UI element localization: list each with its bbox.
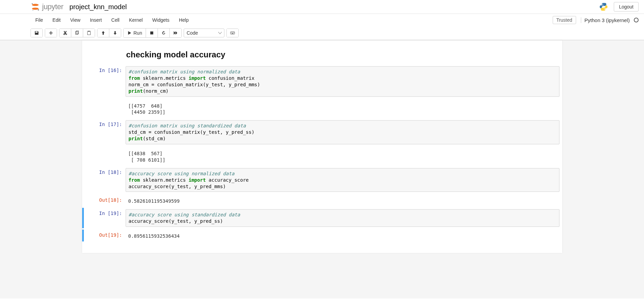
- command-palette-button[interactable]: [227, 29, 238, 37]
- cell-type-select[interactable]: Code: [184, 29, 224, 37]
- arrow-up-icon: [101, 31, 106, 35]
- output-cell-19: Out[19]: 0.8956115932536434: [82, 230, 562, 241]
- copy-button[interactable]: [71, 29, 83, 37]
- markdown-cell[interactable]: checking model accuracy: [82, 47, 562, 64]
- menu-file[interactable]: File: [31, 15, 48, 25]
- output-text: [[4838 567] [ 708 6101]]: [126, 148, 559, 164]
- menu-edit[interactable]: Edit: [48, 15, 66, 25]
- svg-point-6: [605, 9, 605, 10]
- keyboard-icon: [230, 31, 235, 35]
- code-cell-17[interactable]: In [17]: #confusion matrix using standar…: [82, 119, 562, 146]
- svg-rect-12: [88, 31, 90, 32]
- code-input[interactable]: #confusion matrix using normalized data …: [126, 66, 559, 97]
- svg-point-5: [602, 4, 603, 4]
- code-input[interactable]: #confusion matrix using standardized dat…: [126, 120, 559, 144]
- save-icon: [34, 31, 39, 35]
- jupyter-icon: [31, 2, 40, 12]
- restart-button[interactable]: [158, 29, 170, 37]
- input-prompt: In [16]:: [85, 66, 126, 97]
- svg-point-0: [32, 4, 39, 6]
- arrow-down-icon: [113, 31, 117, 35]
- menu-help[interactable]: Help: [174, 15, 194, 25]
- run-label: Run: [133, 30, 142, 36]
- svg-rect-17: [233, 32, 233, 33]
- menu-kernel[interactable]: Kernel: [124, 15, 147, 25]
- output-prompt: Out[18]:: [85, 196, 126, 205]
- notebook-container: checking model accuracy In [16]: #confus…: [0, 40, 644, 299]
- svg-point-4: [33, 10, 33, 11]
- svg-point-1: [32, 7, 39, 10]
- heading: checking model accuracy: [126, 50, 557, 59]
- scissors-icon: [63, 31, 68, 35]
- output-cell-16: [[4757 648] [4450 2359]]: [82, 100, 562, 118]
- header: jupyter project_knn_model Logout: [0, 0, 644, 14]
- input-prompt: In [18]:: [85, 168, 126, 192]
- code-cell-19[interactable]: In [19]: #accuracy score using standardi…: [82, 208, 562, 228]
- run-button[interactable]: Run: [124, 29, 146, 37]
- play-icon: [127, 31, 132, 35]
- paste-icon: [87, 31, 91, 35]
- menu-insert[interactable]: Insert: [85, 15, 107, 25]
- stop-icon: [149, 31, 154, 35]
- move-up-button[interactable]: [97, 29, 109, 37]
- menu-widgets[interactable]: Widgets: [147, 15, 174, 25]
- toolbar: Run Code: [0, 26, 644, 40]
- input-prompt: In [17]:: [85, 120, 126, 144]
- input-prompt: In [19]:: [85, 209, 126, 227]
- svg-rect-13: [150, 32, 153, 35]
- python-icon: [599, 2, 608, 12]
- svg-point-3: [38, 9, 39, 11]
- copy-icon: [75, 31, 79, 35]
- svg-rect-14: [231, 32, 235, 34]
- output-cell-18: Out[18]: 0.5826101195349599: [82, 195, 562, 206]
- plus-icon: [49, 31, 53, 35]
- output-text: [[4757 648] [4450 2359]]: [126, 101, 559, 116]
- save-button[interactable]: [31, 29, 42, 37]
- insert-cell-button[interactable]: [45, 29, 57, 37]
- interrupt-button[interactable]: [146, 29, 158, 37]
- fast-forward-icon: [173, 31, 178, 35]
- output-text: 0.5826101195349599: [126, 196, 559, 205]
- code-input[interactable]: #accuracy score using standardized data …: [126, 209, 559, 227]
- restart-run-all-button[interactable]: [170, 29, 181, 37]
- output-prompt: [85, 101, 126, 116]
- svg-rect-19: [232, 33, 233, 34]
- svg-point-2: [32, 3, 33, 4]
- output-prompt: [85, 148, 126, 164]
- svg-rect-18: [234, 32, 234, 33]
- notebook-name[interactable]: project_knn_model: [70, 3, 127, 11]
- move-down-button[interactable]: [109, 29, 121, 37]
- notebook: checking model accuracy In [16]: #confus…: [82, 40, 562, 253]
- logout-button[interactable]: Logout: [614, 2, 639, 12]
- menu-view[interactable]: View: [66, 15, 85, 25]
- code-input[interactable]: #accuracy score using normalized data fr…: [126, 168, 559, 192]
- trusted-indicator[interactable]: Trusted: [553, 16, 576, 24]
- cut-button[interactable]: [59, 29, 71, 37]
- kernel-status-icon[interactable]: [634, 18, 639, 22]
- menubar: File Edit View Insert Cell Kernel Widget…: [0, 14, 644, 26]
- menu-cell[interactable]: Cell: [107, 15, 124, 25]
- output-text: 0.8956115932536434: [126, 231, 559, 240]
- svg-rect-15: [231, 32, 231, 33]
- code-cell-18[interactable]: In [18]: #accuracy score using normalize…: [82, 167, 562, 194]
- output-cell-17: [[4838 567] [ 708 6101]]: [82, 147, 562, 165]
- output-prompt: Out[19]:: [85, 231, 126, 240]
- paste-button[interactable]: [83, 29, 95, 37]
- menubar-container: File Edit View Insert Cell Kernel Widget…: [0, 14, 644, 40]
- logo-text: jupyter: [42, 2, 63, 11]
- jupyter-logo[interactable]: jupyter: [31, 2, 63, 12]
- restart-icon: [161, 31, 166, 35]
- kernel-name[interactable]: Python 3 (ipykernel): [581, 17, 632, 23]
- svg-rect-16: [232, 32, 232, 33]
- code-cell-16[interactable]: In [16]: #confusion matrix using normali…: [82, 65, 562, 98]
